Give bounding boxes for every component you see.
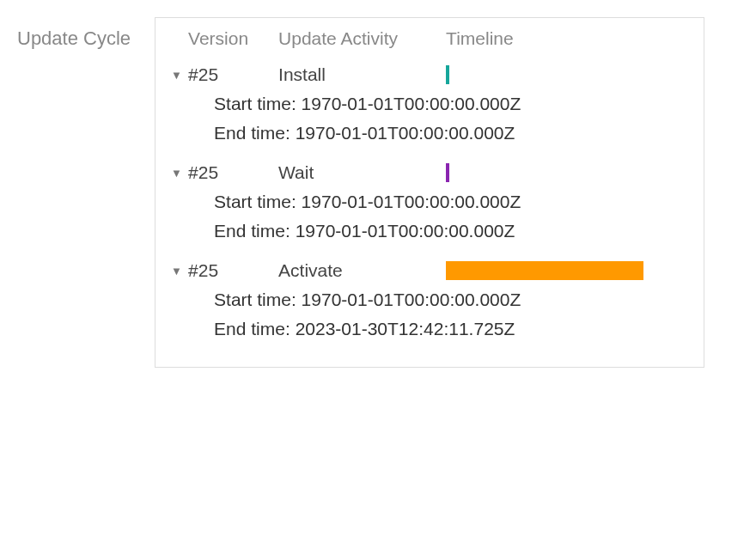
timeline-cell xyxy=(446,163,643,182)
timeline-bar xyxy=(446,163,449,182)
start-time-line: Start time: 1970-01-01T00:00:00.000Z xyxy=(214,94,688,114)
timeline-cell xyxy=(446,65,643,84)
start-time-label: Start time: xyxy=(214,94,302,113)
timeline-bar xyxy=(446,261,643,280)
section-label: Update Cycle xyxy=(17,17,131,50)
start-time-value: 1970-01-01T00:00:00.000Z xyxy=(302,94,521,113)
table-row: ▼ #25 Wait xyxy=(171,162,688,183)
expand-toggle-icon[interactable]: ▼ xyxy=(171,265,188,277)
expand-toggle-icon[interactable]: ▼ xyxy=(171,168,188,179)
version-value: #25 xyxy=(188,162,278,183)
start-time-value: 1970-01-01T00:00:00.000Z xyxy=(302,192,521,211)
start-time-line: Start time: 1970-01-01T00:00:00.000Z xyxy=(214,192,688,212)
end-time-line: End time: 2023-01-30T12:42:11.725Z xyxy=(214,319,688,339)
end-time-line: End time: 1970-01-01T00:00:00.000Z xyxy=(214,221,688,241)
start-time-value: 1970-01-01T00:00:00.000Z xyxy=(302,290,521,309)
activity-value: Wait xyxy=(278,162,446,183)
end-time-label: End time: xyxy=(214,319,296,338)
activity-value: Install xyxy=(278,64,446,85)
table-headers: Version Update Activity Timeline xyxy=(171,28,688,49)
version-value: #25 xyxy=(188,64,278,85)
end-time-label: End time: xyxy=(214,123,296,143)
detail-block: Start time: 1970-01-01T00:00:00.000Z End… xyxy=(171,94,688,143)
table-row: ▼ #25 Activate xyxy=(171,260,688,281)
detail-block: Start time: 1970-01-01T00:00:00.000Z End… xyxy=(171,192,688,241)
detail-block: Start time: 1970-01-01T00:00:00.000Z End… xyxy=(171,290,688,339)
version-value: #25 xyxy=(188,260,278,281)
table-row: ▼ #25 Install xyxy=(171,64,688,85)
timeline-cell xyxy=(446,261,643,280)
timeline-bar xyxy=(446,65,449,84)
header-activity: Update Activity xyxy=(278,28,446,49)
end-time-label: End time: xyxy=(214,221,296,241)
header-version: Version xyxy=(188,28,278,49)
end-time-value: 1970-01-01T00:00:00.000Z xyxy=(296,221,515,241)
header-timeline: Timeline xyxy=(446,28,688,49)
start-time-label: Start time: xyxy=(214,290,302,309)
start-time-label: Start time: xyxy=(214,192,302,211)
expand-toggle-icon[interactable]: ▼ xyxy=(171,70,188,81)
start-time-line: Start time: 1970-01-01T00:00:00.000Z xyxy=(214,290,688,310)
update-cycle-panel: Version Update Activity Timeline ▼ #25 I… xyxy=(155,17,704,368)
activity-value: Activate xyxy=(278,260,446,281)
end-time-value: 1970-01-01T00:00:00.000Z xyxy=(296,123,515,143)
end-time-line: End time: 1970-01-01T00:00:00.000Z xyxy=(214,123,688,143)
end-time-value: 2023-01-30T12:42:11.725Z xyxy=(296,319,515,338)
